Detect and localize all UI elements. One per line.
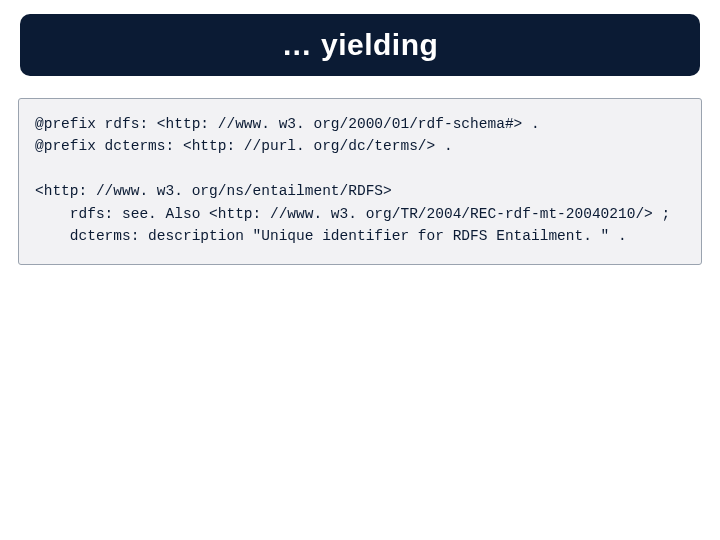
code-line-3: <http: //www. w3. org/ns/entailment/RDFS… bbox=[35, 183, 392, 199]
code-line-1: @prefix rdfs: <http: //www. w3. org/2000… bbox=[35, 116, 540, 132]
code-line-4: rdfs: see. Also <http: //www. w3. org/TR… bbox=[35, 206, 670, 222]
page-title: … yielding bbox=[282, 28, 439, 62]
code-line-2: @prefix dcterms: <http: //purl. org/dc/t… bbox=[35, 138, 453, 154]
code-line-5: dcterms: description "Unique identifier … bbox=[35, 228, 627, 244]
slide: … yielding @prefix rdfs: <http: //www. w… bbox=[0, 0, 720, 540]
title-banner: … yielding bbox=[20, 14, 700, 76]
code-block: @prefix rdfs: <http: //www. w3. org/2000… bbox=[18, 98, 702, 265]
